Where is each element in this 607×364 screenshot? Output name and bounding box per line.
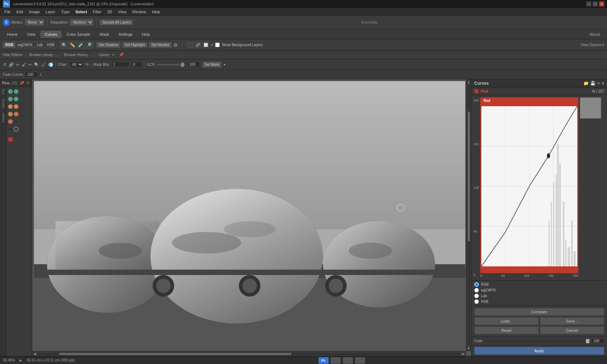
h-scroll-right[interactable]: ▶ xyxy=(461,352,466,356)
minimize-button[interactable]: ─ xyxy=(586,1,591,6)
pin-dot-7[interactable] xyxy=(8,112,13,117)
curves-folder-icon[interactable]: 📁 xyxy=(583,81,589,86)
radio-wgcmyk-input[interactable] xyxy=(474,288,479,292)
h-scroll-track[interactable] xyxy=(38,353,460,355)
eyedropper-icon-1[interactable]: 🔍 xyxy=(60,42,68,48)
tab-settings[interactable]: Settings xyxy=(114,31,137,38)
curves-graph-box[interactable]: Red xyxy=(480,97,578,273)
tab-mask[interactable]: Mask xyxy=(95,31,113,38)
rotate-icon[interactable]: ↺ xyxy=(3,62,6,67)
chain-icon[interactable]: 🔗 xyxy=(9,62,14,67)
sidebar-label-people[interactable]: People xyxy=(1,110,6,125)
taskbar-item-1[interactable] xyxy=(331,357,341,364)
curves-dropdown-icon[interactable]: ▾ xyxy=(602,81,604,86)
fade-value-input[interactable]: 100 xyxy=(592,338,604,344)
mode-select[interactable]: Move xyxy=(25,19,44,26)
menu-window[interactable]: Window xyxy=(129,9,149,15)
pin-icon[interactable]: 📌 xyxy=(119,53,124,57)
menu-edit[interactable]: Edit xyxy=(14,9,26,15)
menu-select[interactable]: Select xyxy=(73,9,90,15)
pins-close-icon[interactable]: ✕ xyxy=(26,80,30,85)
load-button[interactable]: Load . xyxy=(474,317,539,325)
v-scrollbar[interactable]: ▲ ▼ xyxy=(466,79,471,351)
sample-all-layers-button[interactable]: Sample All Layers xyxy=(99,19,133,25)
pin-red-dot[interactable] xyxy=(8,137,13,142)
gcr-slider[interactable] xyxy=(157,64,185,65)
menu-image[interactable]: Image xyxy=(26,9,43,15)
set-shadow-button[interactable]: Set Shadow xyxy=(96,42,121,48)
tab-home[interactable]: Home xyxy=(3,31,22,38)
pin-dot-11[interactable] xyxy=(8,127,13,132)
view-icon-dropdown[interactable]: ▾ xyxy=(210,42,214,48)
eyedropper-icon-3[interactable]: 💉 xyxy=(77,42,84,48)
fade-slider-thumb[interactable] xyxy=(586,339,589,343)
menu-layer[interactable]: Layer xyxy=(43,9,58,15)
v-scroll-up[interactable]: ▲ xyxy=(467,79,471,85)
reset-button[interactable]: Reset xyxy=(474,326,539,334)
play-button[interactable]: ▶ xyxy=(19,358,22,362)
menu-view[interactable]: View xyxy=(115,9,130,15)
h-scrollbar[interactable]: ◀ ▶ xyxy=(32,351,466,356)
mask-blur-value[interactable] xyxy=(131,62,142,67)
undo-icon[interactable]: ↩ xyxy=(28,62,32,67)
pin-target-1[interactable] xyxy=(14,127,19,132)
pin-dot-1[interactable] xyxy=(8,89,13,94)
about-button[interactable]: About xyxy=(585,31,604,38)
save-button[interactable]: Save... xyxy=(540,317,604,325)
eraser-icon[interactable]: 🖊 xyxy=(42,62,46,67)
pin-dot-10[interactable] xyxy=(14,119,19,124)
brush-icon[interactable]: 🖌 xyxy=(22,62,26,67)
color-mode-rgb[interactable]: RGB xyxy=(3,42,15,48)
set-highlight-button[interactable]: Set Highlight xyxy=(122,42,147,48)
hide-ribbon[interactable]: Hide Ribbon xyxy=(3,53,23,57)
h-scroll-left[interactable]: ◀ xyxy=(32,352,37,356)
h-scroll-thumb[interactable] xyxy=(59,353,291,355)
color-mode-wgcmyk[interactable]: wgCMYK xyxy=(15,42,35,48)
menu-file[interactable]: File xyxy=(1,9,14,15)
library-item[interactable]: Library xyxy=(99,53,110,57)
maximize-button[interactable]: □ xyxy=(593,1,598,6)
radio-lab-input[interactable] xyxy=(474,294,479,298)
tab-view[interactable]: View xyxy=(23,31,40,38)
gcr-value[interactable] xyxy=(188,62,200,67)
view-icon-2[interactable]: 🔗 xyxy=(195,42,201,48)
color-mode-hsb[interactable]: HSB xyxy=(45,42,57,48)
pin-dot-6[interactable] xyxy=(14,104,19,109)
view-options-label[interactable]: View Options xyxy=(581,43,602,47)
tab-color-sample[interactable]: Color Sample xyxy=(62,31,95,38)
menu-3d[interactable]: 3D xyxy=(105,9,115,15)
settings-icon[interactable]: ⚙ xyxy=(173,42,178,48)
taskbar-ps[interactable]: Ps xyxy=(319,357,329,364)
tab-help[interactable]: Help xyxy=(138,31,155,38)
menu-filter[interactable]: Filter xyxy=(90,9,104,15)
eyedropper-icon-2[interactable]: ✏️ xyxy=(69,42,76,48)
close-button[interactable]: ✕ xyxy=(599,1,604,6)
pin-dot-3[interactable] xyxy=(8,97,13,102)
browse-library[interactable]: Browse Library ... xyxy=(29,53,57,57)
view-options-dropdown-icon[interactable]: ▾ xyxy=(602,43,604,47)
adaptation-select[interactable]: Medium xyxy=(70,19,93,26)
taskbar-item-2[interactable] xyxy=(343,357,353,364)
radio-rgb-input[interactable] xyxy=(474,282,479,287)
zoom-in-icon[interactable]: 🔍 xyxy=(34,62,39,67)
pins-pin-icon[interactable]: 📌 xyxy=(19,81,24,85)
pencil-icon[interactable]: ✏ xyxy=(16,62,20,67)
spray-icon[interactable]: 💨 xyxy=(48,62,53,67)
set-mask-dropdown-icon[interactable]: ▾ xyxy=(224,63,225,67)
gcr-slider-thumb[interactable] xyxy=(181,63,184,67)
view-icon-3[interactable]: ⬜ xyxy=(203,42,209,48)
view-icon-1[interactable]: ⬛ xyxy=(187,42,193,48)
tab-curves[interactable]: Curves xyxy=(40,31,62,38)
v-scroll-thumb[interactable] xyxy=(468,112,470,241)
pin-dot-4[interactable] xyxy=(14,97,19,102)
curves-save-icon[interactable]: 💾 xyxy=(590,81,596,86)
apply-button[interactable]: Apply xyxy=(474,347,604,355)
v-scroll-down[interactable]: ▼ xyxy=(467,346,471,351)
pin-dot-5[interactable] xyxy=(8,104,13,109)
v-scroll-track[interactable] xyxy=(468,85,470,345)
set-neutral-button[interactable]: Set Neutral xyxy=(149,42,172,48)
browse-history[interactable]: Browse History ... xyxy=(64,53,92,57)
cancel-button[interactable]: Cancel xyxy=(540,326,604,334)
taskbar-item-3[interactable] xyxy=(355,357,365,364)
chan-select[interactable]: All xyxy=(70,62,83,68)
